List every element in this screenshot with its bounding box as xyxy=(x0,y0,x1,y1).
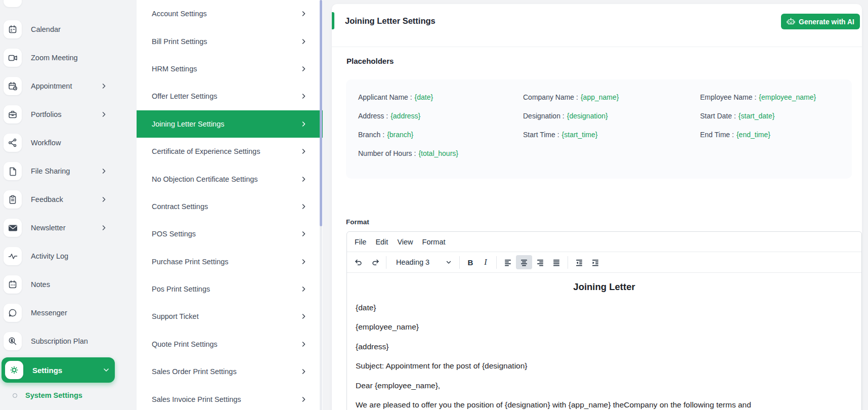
block-format-select[interactable]: Heading 3 xyxy=(389,255,456,269)
editor-menu-button[interactable]: Format xyxy=(418,235,450,249)
settings-menu-item-label: POS Settings xyxy=(152,230,196,238)
placeholder-label: End Time : xyxy=(700,131,734,139)
placeholders-column-2: Company Name : {app_name} Designation : … xyxy=(523,88,700,162)
align-center-button[interactable] xyxy=(516,255,532,269)
chevron-right-icon xyxy=(102,83,106,89)
editor-menubar: File Edit View Format xyxy=(347,232,861,252)
settings-menu-item[interactable]: HRM Settings xyxy=(137,55,323,83)
editor-document[interactable]: Joining Letter {date} {employee_name} {a… xyxy=(347,281,861,409)
file-icon xyxy=(4,162,22,180)
align-right-button[interactable] xyxy=(532,255,548,269)
document-paragraph: {address} xyxy=(356,342,853,351)
outdent-button[interactable] xyxy=(571,255,587,269)
editor-menu-button[interactable]: Edit xyxy=(371,235,393,249)
settings-menu-item[interactable]: Account Settings xyxy=(137,0,323,27)
placeholder-row: Address : {address} xyxy=(358,106,523,125)
dashboard-icon-tile-partial[interactable] xyxy=(4,0,22,7)
redo-button[interactable] xyxy=(368,255,383,269)
settings-menu-item[interactable]: POS Settings xyxy=(137,220,323,248)
placeholder-label: Applicant Name : xyxy=(358,93,412,101)
settings-menu-item[interactable]: Purchase Print Settings xyxy=(137,248,323,275)
sidebar-item[interactable]: Newsletter xyxy=(0,214,137,242)
robot-icon xyxy=(787,18,795,25)
placeholder-token: {designation} xyxy=(567,112,608,120)
settings-menu-item-label: No Objection Certificate Settings xyxy=(152,175,258,183)
placeholder-token: {end_time} xyxy=(736,131,770,139)
editor-menu-button[interactable]: File xyxy=(350,235,371,249)
sidebar-item[interactable]: Portfolios xyxy=(0,100,137,129)
document-heading: Joining Letter xyxy=(356,281,853,293)
sidebar-item[interactable]: Appointment xyxy=(0,72,137,100)
settings-menu-item-label: Sales Invoice Print Settings xyxy=(152,395,241,403)
sidebar-item[interactable]: Notes xyxy=(0,270,137,299)
placeholder-token: {branch} xyxy=(387,131,413,139)
toolbar-separator xyxy=(496,256,497,269)
sidebar-item[interactable]: Messenger xyxy=(0,299,137,327)
align-left-button[interactable] xyxy=(500,255,516,269)
bold-button[interactable]: B xyxy=(463,255,478,269)
gear-icon xyxy=(5,361,23,379)
chevron-right-icon xyxy=(301,396,306,402)
sidebar-nav-list: Calendar Zoom Meeting Appointment xyxy=(0,15,137,355)
sidebar-item[interactable]: File Sharing xyxy=(0,157,137,185)
toolbar-separator xyxy=(386,256,386,269)
indent-button[interactable] xyxy=(587,255,603,269)
settings-menu-item[interactable]: Joining Letter Settings xyxy=(137,110,323,138)
undo-button[interactable] xyxy=(351,255,366,269)
chevron-right-icon xyxy=(301,148,306,154)
chevron-right-icon xyxy=(102,196,106,202)
sidebar-item-label: Feedback xyxy=(31,195,63,203)
share-nodes-icon xyxy=(4,134,22,152)
generate-with-ai-button[interactable]: Generate with AI xyxy=(781,14,860,29)
settings-menu-item[interactable]: Bill Print Settings xyxy=(137,27,323,55)
document-paragraph: Dear {employee_name}, xyxy=(356,381,853,390)
settings-menu-item[interactable]: Support Ticket xyxy=(137,303,323,330)
settings-menu-item[interactable]: Quote Print Settings xyxy=(137,331,323,358)
chevron-right-icon xyxy=(102,225,106,231)
settings-menu-item-label: Pos Print Settings xyxy=(152,285,210,293)
sidebar-item[interactable]: Workflow xyxy=(0,129,137,157)
calendar-clock-icon xyxy=(4,77,22,95)
align-justify-button[interactable] xyxy=(548,255,565,269)
sidebar-item[interactable]: Calendar xyxy=(0,15,137,44)
settings-menu-item[interactable]: No Objection Certificate Settings xyxy=(137,165,323,192)
toolbar-separator xyxy=(459,256,460,269)
block-format-value: Heading 3 xyxy=(396,258,429,266)
settings-menu-item[interactable]: Certificate of Experience Settings xyxy=(137,138,323,165)
sidebar-item-label: Subscription Plan xyxy=(31,337,88,345)
chevron-right-icon xyxy=(102,168,106,174)
settings-menu-item[interactable]: Contract Settings xyxy=(137,193,323,220)
settings-menu-item[interactable]: Sales Invoice Print Settings xyxy=(137,385,323,410)
settings-menu-item[interactable]: Offer Letter Settings xyxy=(137,83,323,110)
settings-menu-item[interactable]: Sales Order Print Settings xyxy=(137,358,323,385)
placeholder-label: Employee Name : xyxy=(700,93,756,101)
sidebar-item-label: Portfolios xyxy=(31,110,61,118)
document-paragraph: {employee_name} xyxy=(356,322,853,332)
sidebar-item[interactable]: Zoom Meeting xyxy=(0,44,137,72)
chevron-right-icon xyxy=(301,286,306,292)
panel-scrollbar-thumb[interactable] xyxy=(320,0,322,226)
note-calendar-icon xyxy=(4,275,22,294)
sidebar-item-settings[interactable]: Settings xyxy=(2,357,115,383)
placeholder-row: Branch : {branch} xyxy=(358,125,523,144)
document-paragraphs: {date} {employee_name} {address} Subject… xyxy=(356,303,853,410)
sidebar-item[interactable]: Feedback xyxy=(0,185,137,214)
settings-submenu-list: Account Settings Bill Print Settings HRM… xyxy=(137,0,323,410)
settings-menu-item[interactable]: Pos Print Settings xyxy=(137,275,323,303)
sidebar-item-label: Notes xyxy=(31,280,50,289)
envelope-icon xyxy=(4,219,22,237)
chevron-right-icon xyxy=(301,313,306,319)
chevron-down-icon xyxy=(446,261,451,264)
settings-menu-item-label: Purchase Print Settings xyxy=(152,258,229,266)
placeholder-token: {date} xyxy=(415,93,433,101)
settings-menu-item-label: Account Settings xyxy=(152,10,207,18)
sidebar-item-system-settings[interactable]: System Settings xyxy=(0,388,137,403)
placeholders-box: Applicant Name : {date} Address : {addre… xyxy=(346,79,852,179)
sidebar-item[interactable]: Activity Log xyxy=(0,242,137,270)
clipboard-icon xyxy=(4,190,22,209)
editor-menu-button[interactable]: View xyxy=(393,235,417,249)
sidebar-item-label: File Sharing xyxy=(31,167,70,175)
italic-button[interactable]: I xyxy=(478,255,493,269)
placeholder-label: Number of Hours : xyxy=(358,149,416,157)
sidebar-item[interactable]: Subscription Plan xyxy=(0,327,137,355)
